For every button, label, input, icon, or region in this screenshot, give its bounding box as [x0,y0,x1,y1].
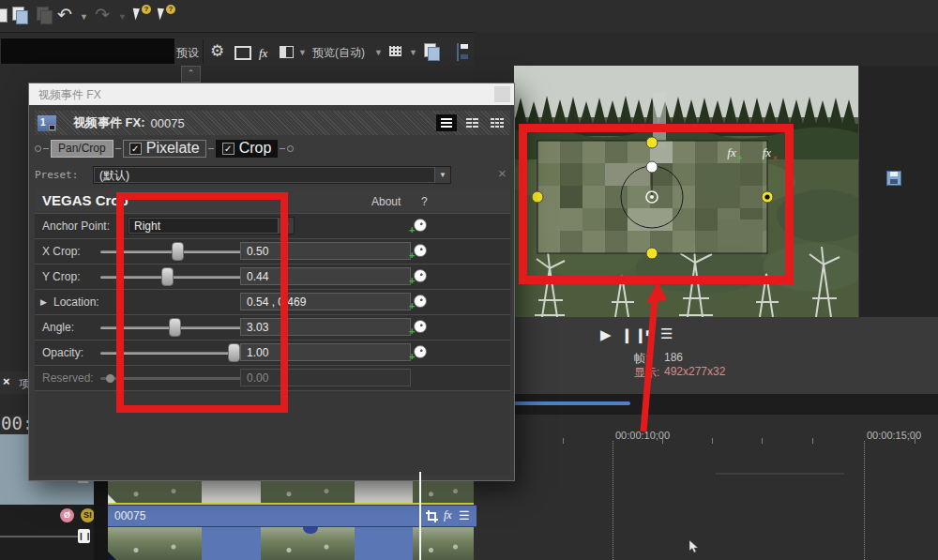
whats-this-help-icon[interactable]: ? [159,8,165,20]
preset-dropdown-icon[interactable]: ▼ [434,167,450,183]
location-keyframe-icon[interactable] [414,295,427,308]
angle-row: Angle: 3.03 [35,314,510,340]
x-crop-keyframe-icon[interactable] [414,244,427,257]
crop-checkbox[interactable]: ✓ [222,143,234,155]
y-crop-label: Y Crop: [42,270,80,283]
preset-input[interactable] [0,38,176,65]
opacity-slider[interactable] [100,352,243,355]
external-monitor-icon[interactable] [234,46,251,60]
pause-icon[interactable]: ❙❙ [621,326,648,343]
dialog-close-button[interactable] [494,86,510,102]
grid-dropdown-icon[interactable]: ▼ [409,48,417,57]
undo-dropdown-icon[interactable]: ▼ [80,12,88,22]
scroll-up-button[interactable]: ⌃ [181,66,201,83]
play-icon[interactable]: ▶ [600,326,612,343]
plugin-name: VEGAS Crop [42,192,129,208]
y-crop-slider-handle[interactable] [161,267,174,286]
timeline-event[interactable]: 00075 fx ☰ [108,505,477,527]
pan-crop-button[interactable]: Pan/Crop [51,140,113,158]
event-fx-icon[interactable]: fx [444,508,452,522]
location-expander-icon[interactable]: ▶ [40,297,47,307]
copy-icon [16,10,28,24]
vegas-crop-plugin-panel: VEGAS Crop About ? Anchor Point: Right ▼… [35,189,510,476]
preview-quality-dropdown-icon[interactable]: ▼ [374,48,383,57]
anchor-point-dropdown[interactable]: Right ▼ [128,217,295,235]
angle-value[interactable]: 3.03 [240,318,411,336]
preview-quality-label[interactable]: 预览(自动) [312,45,365,61]
fx-icon[interactable]: fx [259,46,267,60]
preview-status-bar: ▶ ❙❙ ■ ☰ 帧: 186 显示: 492x277x32 [514,317,938,394]
reserved-row: Reserved: 0.00 [35,365,510,390]
copy-snapshot-icon [428,47,440,61]
marker-line-10s [613,441,613,560]
marker-line-15s [864,441,865,560]
opacity-keyframe-icon[interactable] [414,345,427,358]
reserved-label: Reserved: [42,371,94,385]
add-fx-icon[interactable]: fx+ [727,145,735,160]
redo-icon[interactable]: ↷ [95,6,110,23]
save-preset-icon[interactable] [886,171,901,186]
angle-keyframe-icon[interactable] [414,320,427,333]
dialog-titlebar[interactable]: 视频事件 FX [29,83,514,105]
reserved-value: 0.00 [240,369,411,386]
event-crop-icon[interactable] [426,510,438,522]
crop-handle-bottom[interactable] [646,248,658,259]
main-toolbar: ↶ ▼ ↷ ▼ ? ? [0,0,938,33]
rotation-handle[interactable] [646,161,658,173]
save-snapshot-icon[interactable] [457,43,459,61]
tab-close-icon[interactable]: × [3,374,10,388]
crop-plugin-button[interactable]: ✓ Crop [216,140,279,158]
frame-value: 186 [664,351,683,364]
stop-icon[interactable]: ■ [645,326,652,340]
display-label: 显示: [634,365,659,381]
pixelate-checkbox[interactable]: ✓ [129,143,142,155]
menu-icon[interactable]: ☰ [660,325,673,342]
x-crop-value[interactable]: 0.50 [240,242,411,260]
layout-grid2-button[interactable] [461,114,482,131]
crop-handle-left[interactable] [532,191,543,203]
anchor-point-row: Anchor Point: Right ▼ [35,213,510,238]
grid-overlay-icon[interactable] [389,46,401,56]
crop-overlay[interactable] [514,66,858,317]
y-crop-keyframe-icon[interactable] [414,269,427,282]
location-row: ▶ Location: 0.54 , 0.469 [35,289,510,314]
location-value[interactable]: 0.54 , 0.469 [240,293,411,310]
layout-grid3-button[interactable] [487,114,507,131]
anchor-point-label: Anchor Point: [42,219,110,233]
event-menu-icon[interactable]: ☰ [459,508,470,522]
opacity-value[interactable]: 1.00 [240,343,411,361]
solo-icon[interactable]: S! [81,508,95,522]
anchor-keyframe-icon[interactable] [414,219,427,232]
pan-slider-handle[interactable]: ❙❙ [78,529,90,543]
layout-list-button[interactable] [436,114,457,131]
angle-slider-handle[interactable] [169,318,181,337]
mute-icon[interactable]: Ø [60,508,74,522]
vegas-app-window: ↶ ▼ ↷ ▼ ? ? 预设 ⚙ fx ▼ 预览(自动) ▼ ▼ ⌃ [0,0,938,560]
preset-combo[interactable]: (默认) ▼ [93,166,451,184]
dialog-title: 视频事件 FX [38,87,101,103]
x-crop-slider-handle[interactable] [172,242,184,261]
about-link[interactable]: About [371,195,401,208]
pixelate-plugin-button[interactable]: ✓ Pixelate [123,140,206,158]
remove-fx-icon[interactable]: fx× [763,145,771,160]
delete-preset-icon[interactable]: × [498,165,507,181]
undo-icon[interactable]: ↶ [57,6,72,23]
y-crop-value[interactable]: 0.44 [240,267,411,285]
split-screen-icon[interactable] [280,46,294,58]
video-preview[interactable] [514,66,858,317]
help-link[interactable]: ? [421,195,428,208]
preview-scrollbar[interactable] [514,401,630,405]
gear-icon[interactable]: ⚙ [210,43,224,59]
opacity-slider-handle[interactable] [228,343,240,362]
split-dropdown-icon[interactable]: ▼ [298,48,307,57]
interactive-tutorials-icon[interactable]: ? [134,8,141,20]
crop-handle-top[interactable] [646,137,658,148]
reserved-slider-handle [106,374,114,383]
opacity-row: Opacity: 1.00 [35,340,510,365]
new-project-icon[interactable] [0,8,8,23]
mouse-cursor [689,540,700,553]
redo-dropdown-icon[interactable]: ▼ [118,12,127,22]
angle-label: Angle: [42,321,74,334]
playhead-cursor[interactable] [419,472,421,560]
anchor-dropdown-icon[interactable]: ▼ [278,218,294,234]
